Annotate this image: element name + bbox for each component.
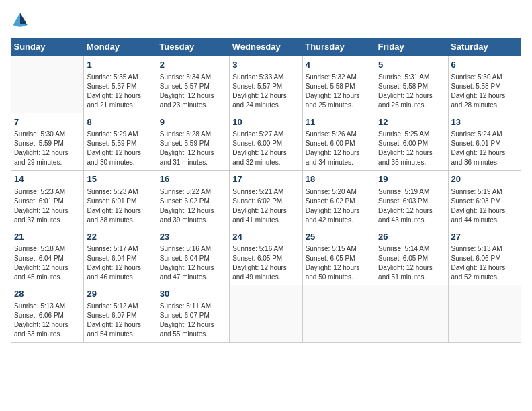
calendar-cell: 25Sunrise: 5:15 AM Sunset: 6:05 PM Dayli… [302,228,375,285]
day-number: 25 [306,231,372,243]
day-info: Sunrise: 5:24 AM Sunset: 6:01 PM Dayligh… [451,130,518,167]
day-number: 15 [87,173,153,185]
day-number: 22 [87,231,153,243]
day-number: 21 [14,231,81,243]
calendar-cell: 3Sunrise: 5:33 AM Sunset: 5:57 PM Daylig… [230,56,302,113]
calendar-cell: 11Sunrise: 5:26 AM Sunset: 6:00 PM Dayli… [302,113,375,171]
day-info: Sunrise: 5:35 AM Sunset: 5:57 PM Dayligh… [87,73,153,110]
week-row-4: 21Sunrise: 5:18 AM Sunset: 6:04 PM Dayli… [11,228,521,285]
day-number: 19 [378,173,445,185]
day-info: Sunrise: 5:13 AM Sunset: 6:06 PM Dayligh… [451,244,518,282]
day-info: Sunrise: 5:14 AM Sunset: 6:05 PM Dayligh… [378,244,445,282]
calendar-cell: 4Sunrise: 5:32 AM Sunset: 5:58 PM Daylig… [302,56,375,113]
calendar-cell: 2Sunrise: 5:34 AM Sunset: 5:57 PM Daylig… [157,56,229,113]
calendar-cell: 13Sunrise: 5:24 AM Sunset: 6:01 PM Dayli… [448,113,521,171]
week-row-3: 14Sunrise: 5:23 AM Sunset: 6:01 PM Dayli… [11,171,521,228]
calendar-cell: 10Sunrise: 5:27 AM Sunset: 6:00 PM Dayli… [230,113,302,171]
day-info: Sunrise: 5:26 AM Sunset: 6:00 PM Dayligh… [306,130,372,167]
calendar-cell: 17Sunrise: 5:21 AM Sunset: 6:02 PM Dayli… [230,171,302,228]
day-number: 17 [232,173,299,185]
day-number: 13 [451,116,518,128]
logo [11,11,31,30]
day-info: Sunrise: 5:16 AM Sunset: 6:05 PM Dayligh… [232,244,299,282]
day-number: 30 [160,288,226,300]
day-number: 3 [232,59,299,71]
calendar-cell: 27Sunrise: 5:13 AM Sunset: 6:06 PM Dayli… [448,228,521,285]
calendar-cell [448,285,521,342]
day-info: Sunrise: 5:17 AM Sunset: 6:04 PM Dayligh… [87,244,153,282]
column-header-friday: Friday [375,38,448,56]
week-row-2: 7Sunrise: 5:30 AM Sunset: 5:59 PM Daylig… [11,113,521,171]
day-info: Sunrise: 5:18 AM Sunset: 6:04 PM Dayligh… [14,244,81,282]
day-number: 24 [232,231,299,243]
day-number: 18 [306,173,372,185]
calendar-cell: 28Sunrise: 5:13 AM Sunset: 6:06 PM Dayli… [11,285,84,342]
day-number: 27 [451,231,518,243]
calendar-cell [230,285,302,342]
day-info: Sunrise: 5:30 AM Sunset: 5:58 PM Dayligh… [451,73,518,110]
day-info: Sunrise: 5:20 AM Sunset: 6:02 PM Dayligh… [306,187,372,225]
day-info: Sunrise: 5:33 AM Sunset: 5:57 PM Dayligh… [232,73,299,110]
calendar-cell: 21Sunrise: 5:18 AM Sunset: 6:04 PM Dayli… [11,228,84,285]
day-info: Sunrise: 5:28 AM Sunset: 5:59 PM Dayligh… [160,130,226,167]
day-number: 4 [306,59,372,71]
day-info: Sunrise: 5:16 AM Sunset: 6:04 PM Dayligh… [160,244,226,282]
day-number: 23 [160,231,226,243]
calendar-cell: 14Sunrise: 5:23 AM Sunset: 6:01 PM Dayli… [11,171,84,228]
day-info: Sunrise: 5:30 AM Sunset: 5:59 PM Dayligh… [14,130,81,167]
calendar-cell: 30Sunrise: 5:11 AM Sunset: 6:07 PM Dayli… [157,285,229,342]
day-info: Sunrise: 5:15 AM Sunset: 6:05 PM Dayligh… [306,244,372,282]
day-number: 2 [160,59,226,71]
calendar-cell: 8Sunrise: 5:29 AM Sunset: 5:59 PM Daylig… [84,113,157,171]
calendar-cell: 24Sunrise: 5:16 AM Sunset: 6:05 PM Dayli… [230,228,302,285]
day-number: 11 [306,116,372,128]
column-header-thursday: Thursday [302,38,375,56]
calendar-cell: 12Sunrise: 5:25 AM Sunset: 6:00 PM Dayli… [375,113,448,171]
day-number: 9 [160,116,226,128]
day-info: Sunrise: 5:12 AM Sunset: 6:07 PM Dayligh… [87,302,153,339]
day-info: Sunrise: 5:32 AM Sunset: 5:58 PM Dayligh… [306,73,372,110]
calendar-cell: 22Sunrise: 5:17 AM Sunset: 6:04 PM Dayli… [84,228,157,285]
day-info: Sunrise: 5:22 AM Sunset: 6:02 PM Dayligh… [160,187,226,225]
day-number: 8 [87,116,153,128]
column-header-tuesday: Tuesday [157,38,229,56]
calendar-cell: 9Sunrise: 5:28 AM Sunset: 5:59 PM Daylig… [157,113,229,171]
day-info: Sunrise: 5:23 AM Sunset: 6:01 PM Dayligh… [14,187,81,225]
calendar-cell: 7Sunrise: 5:30 AM Sunset: 5:59 PM Daylig… [11,113,84,171]
day-info: Sunrise: 5:27 AM Sunset: 6:00 PM Dayligh… [232,130,299,167]
day-info: Sunrise: 5:23 AM Sunset: 6:01 PM Dayligh… [87,187,153,225]
header-row: SundayMondayTuesdayWednesdayThursdayFrid… [11,38,521,56]
day-info: Sunrise: 5:21 AM Sunset: 6:02 PM Dayligh… [232,187,299,225]
calendar-cell: 20Sunrise: 5:19 AM Sunset: 6:03 PM Dayli… [448,171,521,228]
column-header-wednesday: Wednesday [230,38,302,56]
day-info: Sunrise: 5:29 AM Sunset: 5:59 PM Dayligh… [87,130,153,167]
day-number: 29 [87,288,153,300]
calendar-cell: 18Sunrise: 5:20 AM Sunset: 6:02 PM Dayli… [302,171,375,228]
week-row-5: 28Sunrise: 5:13 AM Sunset: 6:06 PM Dayli… [11,285,521,342]
calendar-cell: 26Sunrise: 5:14 AM Sunset: 6:05 PM Dayli… [375,228,448,285]
day-info: Sunrise: 5:34 AM Sunset: 5:57 PM Dayligh… [160,73,226,110]
calendar-cell [375,285,448,342]
day-number: 26 [378,231,445,243]
calendar-cell: 29Sunrise: 5:12 AM Sunset: 6:07 PM Dayli… [84,285,157,342]
calendar-cell: 16Sunrise: 5:22 AM Sunset: 6:02 PM Dayli… [157,171,229,228]
calendar-table: SundayMondayTuesdayWednesdayThursdayFrid… [11,38,521,342]
day-number: 5 [378,59,445,71]
calendar-cell [11,56,84,113]
calendar-cell: 19Sunrise: 5:19 AM Sunset: 6:03 PM Dayli… [375,171,448,228]
week-row-1: 1Sunrise: 5:35 AM Sunset: 5:57 PM Daylig… [11,56,521,113]
column-header-sunday: Sunday [11,38,84,56]
day-info: Sunrise: 5:19 AM Sunset: 6:03 PM Dayligh… [451,187,518,225]
calendar-cell: 15Sunrise: 5:23 AM Sunset: 6:01 PM Dayli… [84,171,157,228]
calendar-cell: 5Sunrise: 5:31 AM Sunset: 5:58 PM Daylig… [375,56,448,113]
day-number: 14 [14,173,81,185]
day-info: Sunrise: 5:11 AM Sunset: 6:07 PM Dayligh… [160,302,226,339]
day-number: 12 [378,116,445,128]
calendar-cell [302,285,375,342]
day-number: 28 [14,288,81,300]
logo-icon [11,11,30,30]
day-info: Sunrise: 5:25 AM Sunset: 6:00 PM Dayligh… [378,130,445,167]
calendar-cell: 1Sunrise: 5:35 AM Sunset: 5:57 PM Daylig… [84,56,157,113]
page-header [11,11,521,30]
calendar-cell: 23Sunrise: 5:16 AM Sunset: 6:04 PM Dayli… [157,228,229,285]
